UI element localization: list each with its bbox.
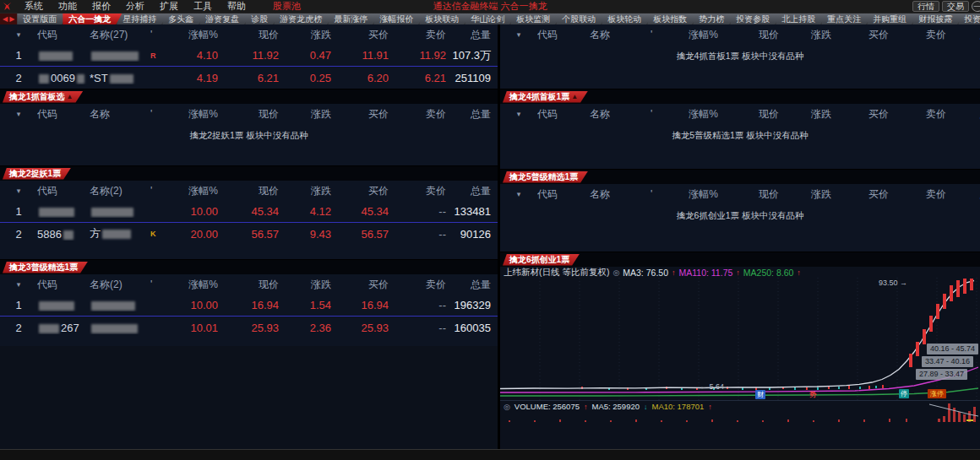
header-dropdown-icon[interactable]: ▾ [500,110,537,118]
tab-scroll-left-icon[interactable]: ◀ [3,16,8,23]
page-tab[interactable]: 星持捕持 [117,14,167,24]
page-tab[interactable]: 并购重组 [867,14,917,24]
column-header[interactable]: 总量 [946,187,980,202]
column-header[interactable]: 现价 [718,107,779,122]
column-header[interactable]: 名称 [590,107,651,122]
column-header[interactable]: 买价 [331,278,389,292]
menu-item-quotes[interactable]: 报价 [84,0,118,13]
column-header[interactable]: 买价 [331,28,389,42]
menu-item-stock-pool[interactable]: 股票池 [265,0,308,13]
table-row[interactable]: 2 267 10.01 25.93 2.36 25.93 -- 160035 [0,317,498,338]
page-tab[interactable]: 涨幅报价 [373,14,424,24]
page-tab[interactable]: 多头鑫 [162,14,204,24]
page-tab[interactable]: 板块轮动 [602,14,652,24]
table-row[interactable]: 1 10.00 45.34 4.12 45.34 -- 133481 [0,201,498,223]
column-header[interactable]: 现价 [218,107,279,122]
column-header[interactable]: 现价 [218,184,279,198]
header-dropdown-icon[interactable]: ▾ [0,280,37,289]
column-header[interactable]: 涨跌 [279,184,331,198]
column-header[interactable]: ' [150,185,169,197]
column-header[interactable]: 代码 [37,107,90,122]
column-header[interactable]: 涨幅% [169,278,218,292]
column-header[interactable]: 代码 [37,28,90,42]
column-header[interactable]: 卖价 [389,184,446,198]
column-header[interactable]: 代码 [537,107,590,122]
column-header[interactable]: 现价 [218,28,279,42]
column-header[interactable]: 卖价 [889,28,946,42]
menu-item-help[interactable]: 帮助 [220,0,253,13]
column-header[interactable]: 代码 [537,187,590,202]
column-header[interactable]: 卖价 [389,28,446,42]
column-header[interactable]: 现价 [218,278,279,292]
page-tab[interactable]: 财报披露 [912,14,963,24]
column-header[interactable]: ' [651,29,669,41]
tab-scroll-right-icon[interactable]: ▶ [9,16,14,23]
column-header[interactable]: 名称(27) [90,28,150,42]
price-chart[interactable]: 93.50 → 40.16 - 45.74 33.47 - 40.16 27.8… [500,278,980,400]
column-header[interactable]: ' [150,29,169,41]
column-header[interactable]: 买价 [831,107,889,122]
menu-item-tools[interactable]: 工具 [186,0,220,13]
column-header[interactable]: 名称(2) [90,184,150,198]
table-row[interactable]: 2 0069 *ST 4.19 6.21 0.25 6.20 6.21 2511… [0,67,498,89]
column-header[interactable]: 涨幅% [669,28,718,42]
column-header[interactable]: 总量 [446,278,498,292]
page-tab[interactable]: 游资复盘 [199,14,250,24]
column-header[interactable]: 总量 [446,28,498,42]
column-header[interactable]: ' [150,279,169,290]
header-dropdown-icon[interactable]: ▾ [0,30,37,39]
column-header[interactable]: 买价 [831,187,889,202]
page-tab[interactable]: 个股联动 [556,14,607,24]
page-tab[interactable]: 板块监测 [510,14,561,24]
column-header[interactable]: 名称(2) [90,278,150,292]
column-header[interactable]: ' [150,108,169,120]
column-header[interactable]: 涨幅% [169,28,218,42]
column-header[interactable]: ' [651,108,669,120]
column-header[interactable]: 卖价 [389,107,446,122]
page-tab[interactable]: 投资数据 [958,14,980,24]
column-header[interactable]: 代码 [37,278,90,292]
column-header[interactable]: 名称 [590,28,651,42]
column-header[interactable]: 总量 [446,184,498,198]
column-header[interactable]: 买价 [831,28,889,42]
menu-item-analysis[interactable]: 分析 [118,0,152,13]
column-header[interactable]: 代码 [37,184,90,198]
column-header[interactable]: 代码 [537,28,590,42]
column-header[interactable]: 涨跌 [279,28,331,42]
header-dropdown-icon[interactable]: ▾ [500,190,537,198]
page-tab[interactable]: 势力榜 [693,14,735,24]
table-row[interactable]: 1 R 4.10 11.92 0.47 11.91 11.92 107.3万 [0,45,498,67]
column-header[interactable]: 涨幅% [169,107,218,122]
page-tab[interactable]: 板块指数 [647,14,698,24]
page-tab[interactable]: 最新涨停 [328,14,378,24]
column-header[interactable]: 涨跌 [279,107,331,122]
page-tab[interactable]: 投资参股 [730,14,781,24]
page-tab[interactable]: 板块联动 [419,14,470,24]
column-header[interactable]: 买价 [331,107,389,122]
column-header[interactable]: 买价 [331,184,389,198]
page-tab[interactable]: 北上持股 [776,14,826,24]
header-dropdown-icon[interactable]: ▾ [500,30,537,39]
page-tab[interactable]: 华山论剑 [465,14,515,24]
volume-chart[interactable]: ◎ VOLUME: 256075↑ MA5: 259920↓ MA10: 178… [500,400,980,422]
column-header[interactable]: 涨幅% [669,187,718,202]
table-row[interactable]: 2 5886 方 K 20.00 56.57 9.43 56.57 -- 901… [0,223,498,245]
column-header[interactable]: 总量 [946,107,980,122]
table-row[interactable]: 1 10.00 16.94 1.54 16.94 -- 196329 [0,295,498,317]
column-header[interactable]: 名称 [90,107,150,122]
quote-button[interactable]: 行情 [912,1,939,12]
column-header[interactable]: 卖价 [389,278,446,292]
column-header[interactable]: 涨幅% [669,107,718,122]
column-header[interactable]: 涨跌 [779,28,831,42]
page-tab[interactable]: 六合一擒龙 [63,14,122,24]
menu-item-function[interactable]: 功能 [51,0,84,13]
menu-item-system[interactable]: 系统 [17,0,51,13]
column-header[interactable]: 总量 [946,28,980,42]
column-header[interactable]: 现价 [718,187,779,202]
page-tab[interactable]: 游资龙虎榜 [274,14,333,24]
page-tab[interactable]: 设置版面 [17,14,68,24]
trade-button[interactable]: 交易 [942,1,969,12]
tab-scroll-arrows[interactable]: ◀ ▶ [0,14,17,24]
column-header[interactable]: 卖价 [889,187,946,202]
column-header[interactable]: 名称 [590,187,651,202]
